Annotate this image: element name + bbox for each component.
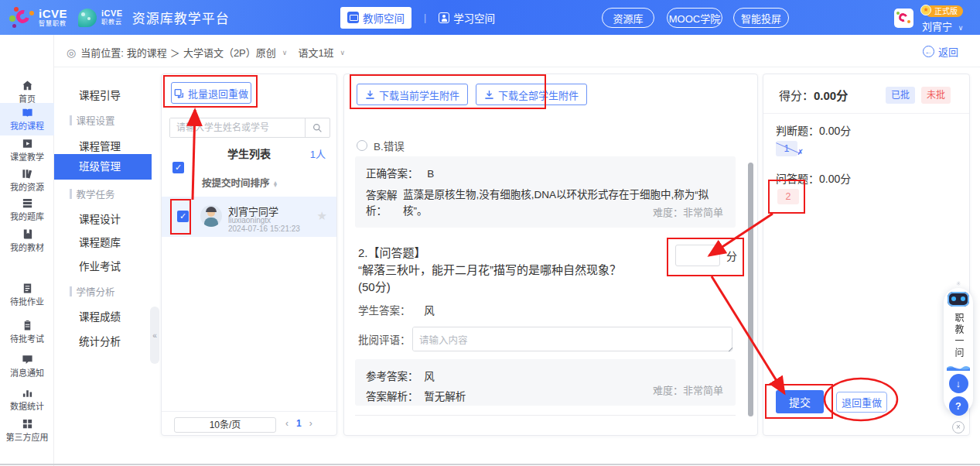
student-search: [169, 118, 330, 138]
sidebar-item-messages[interactable]: 消息通知: [0, 352, 54, 386]
breadcrumb-my-courses[interactable]: 我的课程: [127, 45, 167, 60]
back-button[interactable]: ← 返回: [923, 44, 958, 59]
top-header: iCVE 智慧职教 iCVE 职教云 资源库教学平台 教师空间 | 学习空间: [0, 0, 980, 35]
menu-item-statistics[interactable]: 统计分析: [54, 331, 152, 354]
sidebar-item-pending-exams[interactable]: 待批考试: [0, 318, 54, 352]
menu-section-learning-analysis: 学情分析: [70, 283, 115, 299]
scrollbar[interactable]: [748, 163, 753, 416]
help-float-button[interactable]: ?: [949, 396, 968, 416]
sort-by-submit-time[interactable]: 按提交时间排序▲▼: [202, 175, 278, 190]
close-widget-icon[interactable]: ×: [952, 421, 965, 433]
batch-return-redo-button[interactable]: 批量退回重做: [171, 82, 251, 104]
nav-divider: |: [424, 12, 426, 23]
breadcrumb-class[interactable]: 语文1班: [298, 45, 333, 60]
batch-return-label: 批量退回重做: [188, 86, 248, 101]
reviewed-badge[interactable]: 已批: [886, 87, 915, 104]
q1-difficulty: 难度：非常简单: [653, 204, 723, 219]
question-chip-2[interactable]: 2: [777, 189, 799, 204]
menu-item-homework-exam[interactable]: 作业考试: [54, 255, 152, 279]
menu-item-course-design[interactable]: 课程设计: [54, 208, 152, 231]
bar-chart-icon: [22, 387, 33, 399]
student-count: 1人: [310, 146, 326, 161]
download-all-label: 下载全部学生附件: [498, 87, 579, 102]
robot-eye: [951, 296, 956, 301]
comment-label: 批阅评语：: [358, 331, 411, 347]
textbook-icon: [22, 228, 33, 240]
sidebar-collapse-handle[interactable]: «: [150, 307, 159, 364]
download-current-button[interactable]: 下载当前学生附件: [357, 84, 468, 105]
tab-teacher-space[interactable]: 教师空间: [340, 7, 411, 29]
chevron-down-icon[interactable]: ∨: [282, 49, 288, 57]
q2-points: (50分): [358, 279, 668, 296]
total-score-row: 得分：0.00分: [779, 87, 848, 103]
qa-label: 问答题：: [776, 173, 819, 185]
sidebar-item-textbooks[interactable]: 我的教材: [0, 227, 54, 261]
q2-title: 2.【问答题】: [358, 245, 668, 262]
robot-assistant-icon[interactable]: [948, 292, 969, 307]
menu-item-course-guide[interactable]: 课程引导: [54, 84, 152, 108]
smart-cast-button[interactable]: 智能投屏: [733, 8, 789, 28]
sidebar-item-label: 我的教材: [0, 241, 54, 253]
student-row[interactable]: ✓ 刘宵宁同学 liuxiaoningtx 2024-07-16 15:21:2…: [162, 197, 336, 237]
section-bar: [70, 189, 72, 199]
qa-section-row: 问答题：0.00分: [776, 170, 851, 186]
sparkle-icon: ✳: [956, 280, 961, 287]
chevron-down-icon[interactable]: ∨: [340, 49, 346, 57]
student-answer-label: 学生答案：: [358, 305, 411, 317]
back-arrow-icon: ←: [923, 46, 934, 57]
sidebar-item-classroom[interactable]: 课堂教学: [0, 136, 54, 170]
breadcrumb: ◎ 当前位置: 我的课程 ＞ 大学语文（2P）原创 ∨ 语文1班 ∨: [67, 45, 348, 60]
sort-desc-icon: ▼: [273, 184, 278, 187]
chevron-down-icon: ∨: [958, 24, 964, 32]
breadcrumb-label: 当前位置:: [80, 45, 124, 60]
grading-panel: 下载当前学生附件 下载全部学生附件 B.错误 正确答案： B 答案解析： 蓝藻是…: [343, 74, 758, 436]
download-all-button[interactable]: 下载全部学生附件: [476, 84, 587, 105]
download-icon: [365, 90, 375, 100]
search-button[interactable]: [305, 118, 330, 137]
download-float-button[interactable]: ↓: [949, 374, 968, 393]
menu-item-course-grades[interactable]: 课程成绩: [54, 306, 152, 329]
page-size-select[interactable]: 10条/页: [174, 417, 276, 433]
question-chip-1[interactable]: 1 ✗: [776, 141, 797, 156]
sidebar-item-question-bank[interactable]: 我的题库: [0, 196, 54, 230]
student-checkbox[interactable]: ✓: [177, 211, 189, 222]
q1-option-b[interactable]: B.错误: [357, 138, 405, 153]
resource-lib-button[interactable]: 资源库: [602, 8, 654, 28]
star-icon[interactable]: ★: [317, 209, 327, 223]
tab-learning-space[interactable]: 学习空间: [439, 10, 495, 26]
top-nav: 教师空间 | 学习空间: [340, 0, 495, 35]
unreviewed-badge[interactable]: 未批: [921, 87, 951, 104]
select-all-checkbox[interactable]: ✓: [172, 162, 184, 173]
comment-textarea[interactable]: [412, 327, 732, 351]
student-list-panel: 批量退回重做 学生列表 1人 ✓ 按提交时间排序▲▼ ✓ 刘宵宁同学 liuxi…: [161, 74, 337, 436]
app-icon-dot: [907, 20, 910, 23]
page-prev-button[interactable]: ‹: [285, 418, 289, 429]
menu-item-class-manage[interactable]: 班级管理: [54, 154, 152, 180]
layers-icon: [22, 197, 33, 209]
page-number[interactable]: 1: [296, 418, 302, 429]
mooc-button[interactable]: MOOC学院: [667, 8, 722, 28]
sidebar-item-pending-homework[interactable]: 待批作业: [0, 281, 54, 315]
score-input[interactable]: [675, 245, 720, 266]
wrong-mark-icon: ✗: [797, 145, 804, 160]
page-next-button[interactable]: ›: [309, 418, 312, 429]
download-current-label: 下载当前学生附件: [379, 87, 459, 102]
menu-section-course-settings: 课程设置: [70, 112, 115, 128]
student-search-input[interactable]: [170, 118, 305, 137]
user-menu[interactable]: 刘宵宁 ∨: [922, 19, 963, 33]
menu-item-course-question-bank[interactable]: 课程题库: [54, 231, 152, 255]
page: iCVE 智慧职教 iCVE 职教云 资源库教学平台 教师空间 | 学习空间: [0, 0, 980, 466]
app-icon[interactable]: [894, 9, 913, 28]
assistant-widget[interactable]: 职教一问 ↓ ?: [944, 288, 973, 413]
brand1-sub: 智慧职教: [39, 21, 67, 27]
radio-icon[interactable]: [357, 140, 367, 151]
sidebar-item-data-stats[interactable]: 数据统计: [0, 385, 54, 420]
return-redo-button[interactable]: 退回重做: [836, 392, 887, 413]
sidebar-item-third-party[interactable]: 第三方应用: [0, 416, 54, 451]
submit-button[interactable]: 提交: [776, 390, 824, 413]
learning-space-label: 学习空间: [453, 10, 495, 26]
brand2-text: iCVE 职教云: [101, 9, 123, 26]
sidebar-item-my-courses[interactable]: 我的课程: [0, 103, 54, 135]
breadcrumb-course[interactable]: 大学语文（2P）原创: [183, 45, 276, 60]
ref-answer-value: 风: [424, 371, 435, 382]
